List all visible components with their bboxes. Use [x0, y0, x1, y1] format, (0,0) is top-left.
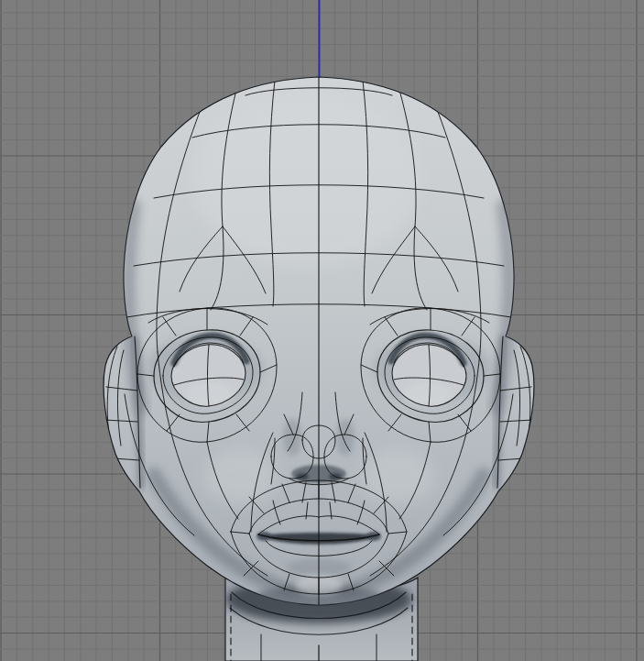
3d-viewport-window	[0, 0, 644, 661]
viewport-3d[interactable]	[0, 0, 644, 661]
